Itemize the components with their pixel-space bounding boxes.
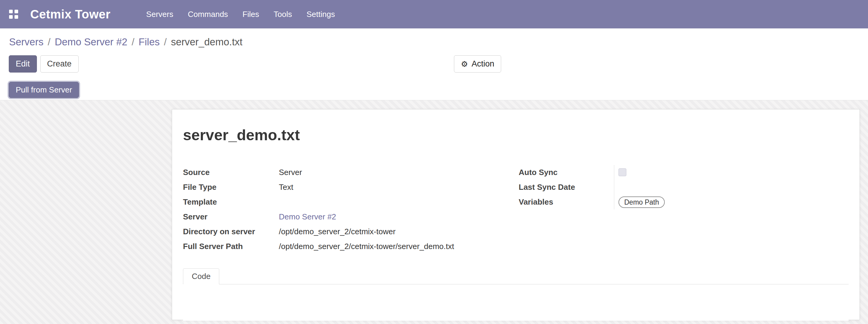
tab-code-label: Code — [192, 272, 211, 281]
field-row-auto-sync: Auto Sync — [519, 165, 849, 180]
field-row-last-sync-date: Last Sync Date — [519, 180, 849, 195]
field-value-full-server-path: /opt/demo_server_2/cetmix-tower/server_d… — [279, 239, 454, 254]
action-label: Action — [471, 59, 494, 69]
breadcrumb: Servers / Demo Server #2 / Files / serve… — [0, 28, 868, 55]
screen: Cetmix Tower Servers Commands Files Tool… — [0, 0, 868, 324]
variable-tag-demo-path[interactable]: Demo Path — [619, 196, 665, 208]
breadcrumb-servers[interactable]: Servers — [9, 36, 43, 48]
field-value-directory: /opt/demo_server_2/cetmix-tower — [279, 224, 396, 239]
field-value-server-link[interactable]: Demo Server #2 — [279, 209, 336, 224]
main-menu: Servers Commands Files Tools Settings — [146, 10, 335, 19]
auto-sync-checkbox[interactable] — [619, 168, 626, 176]
breadcrumb-separator: / — [48, 36, 51, 48]
control-row: Edit Create ⚙ Action — [0, 55, 868, 72]
app-brand[interactable]: Cetmix Tower — [30, 7, 111, 21]
breadcrumb-separator: / — [164, 36, 167, 48]
gear-icon: ⚙ — [461, 60, 468, 68]
record-title: server_demo.txt — [183, 126, 849, 144]
breadcrumb-current: server_demo.txt — [171, 36, 243, 48]
breadcrumb-separator: / — [131, 36, 134, 48]
field-label-source: Source — [183, 165, 279, 180]
field-value-file-type: Text — [279, 180, 293, 195]
apps-grid-square — [14, 15, 18, 19]
action-dropdown-button[interactable]: ⚙ Action — [454, 55, 501, 72]
field-row-directory: Directory on server /opt/demo_server_2/c… — [183, 224, 519, 239]
field-label-variables: Variables — [519, 195, 614, 209]
field-value-variables: Demo Path — [614, 195, 849, 209]
fields: Source Server File Type Text Template Se… — [183, 165, 849, 254]
field-row-file-type: File Type Text — [183, 180, 519, 195]
menu-item-servers[interactable]: Servers — [146, 10, 173, 19]
field-row-source: Source Server — [183, 165, 519, 180]
field-label-server: Server — [183, 209, 279, 224]
form-sheet: server_demo.txt Source Server File Type … — [172, 109, 860, 320]
menu-item-tools[interactable]: Tools — [274, 10, 292, 19]
field-label-template: Template — [183, 195, 279, 209]
breadcrumb-files[interactable]: Files — [138, 36, 160, 48]
field-label-directory: Directory on server — [183, 224, 279, 239]
field-value-auto-sync — [614, 165, 849, 180]
apps-grid-square — [9, 10, 13, 13]
breadcrumb-demo-server-2[interactable]: Demo Server #2 — [55, 36, 127, 48]
field-label-last-sync-date: Last Sync Date — [519, 180, 614, 195]
field-label-full-server-path: Full Server Path — [183, 239, 279, 254]
tab-content — [183, 284, 849, 321]
tab-code[interactable]: Code — [183, 268, 219, 284]
field-value-source: Server — [279, 165, 302, 180]
apps-grid-square — [14, 10, 18, 13]
menu-item-commands[interactable]: Commands — [188, 10, 228, 19]
fields-left-column: Source Server File Type Text Template Se… — [183, 165, 519, 254]
pull-from-server-button[interactable]: Pull from Server — [9, 82, 79, 98]
form-background: server_demo.txt Source Server File Type … — [0, 100, 868, 324]
apps-grid-square — [9, 15, 13, 19]
menu-item-files[interactable]: Files — [243, 10, 259, 19]
field-label-file-type: File Type — [183, 180, 279, 195]
menu-item-settings[interactable]: Settings — [306, 10, 335, 19]
field-row-full-server-path: Full Server Path /opt/demo_server_2/cetm… — [183, 239, 519, 254]
apps-grid-icon[interactable] — [9, 10, 18, 19]
field-value-last-sync-date — [614, 180, 849, 195]
top-navbar: Cetmix Tower Servers Commands Files Tool… — [0, 0, 868, 28]
field-row-server: Server Demo Server #2 — [183, 209, 519, 224]
field-row-variables: Variables Demo Path — [519, 195, 849, 209]
edit-button[interactable]: Edit — [9, 55, 37, 72]
field-label-auto-sync: Auto Sync — [519, 165, 614, 180]
notebook-tabs: Code — [183, 268, 849, 284]
pull-row: Pull from Server — [0, 82, 868, 98]
field-row-template: Template — [183, 195, 519, 209]
fields-right-column: Auto Sync Last Sync Date Variables Demo … — [519, 165, 849, 254]
create-button[interactable]: Create — [40, 55, 79, 72]
